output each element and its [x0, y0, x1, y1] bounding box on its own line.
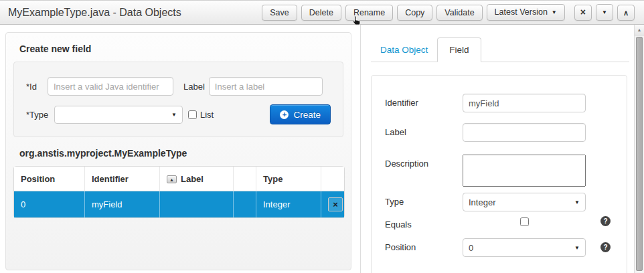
fields-table: Position Identifier ▲Label Type 0 myFiel… [13, 166, 345, 218]
close-panel-button[interactable]: × [574, 5, 592, 21]
panel-menu-button[interactable]: ▼ [596, 4, 613, 21]
column-header-position[interactable]: Position [14, 167, 85, 191]
vertical-scrollbar: ▲ [634, 25, 644, 273]
list-label: List [200, 110, 214, 120]
position-label: Position [385, 238, 463, 252]
sort-ascending-icon: ▲ [167, 175, 177, 183]
field-type-select[interactable]: Integer ▼ [463, 193, 586, 211]
field-type-select-value: Integer [469, 197, 495, 207]
position-help-icon[interactable]: ? [600, 242, 611, 252]
equals-help-icon[interactable]: ? [600, 216, 611, 226]
label-input[interactable] [209, 77, 323, 96]
cell-position: 0 [14, 191, 85, 217]
chevron-up-icon: ∧ [623, 9, 629, 17]
caret-down-icon: ▼ [574, 245, 580, 251]
properties-tabs: Data Object Field [371, 37, 629, 62]
cell-identifier: myField [85, 191, 160, 217]
scroll-up-button[interactable]: ▲ [635, 25, 644, 35]
list-checkbox[interactable] [188, 110, 197, 119]
table-row[interactable]: 0 myField Integer × [14, 191, 344, 217]
type-select[interactable]: ▼ [54, 106, 183, 124]
save-button[interactable]: Save [262, 5, 297, 21]
page-title: MyExampleType.java - Data Objects [8, 7, 181, 19]
field-label-input[interactable] [463, 123, 586, 142]
id-label: *Id [26, 82, 48, 92]
position-select-value: 0 [469, 243, 473, 253]
create-field-heading: Create new field [19, 43, 343, 54]
rename-button[interactable]: Rename [345, 5, 393, 21]
tab-field[interactable]: Field [437, 37, 481, 62]
maximize-panel-button[interactable]: ∧ [617, 5, 635, 21]
close-icon: × [580, 7, 586, 17]
caret-down-icon: ▼ [171, 112, 177, 118]
create-field-form: *Id Label *Type ▼ List + Create [13, 62, 343, 137]
position-select[interactable]: 0 ▼ [463, 238, 586, 257]
description-label: Description [385, 155, 463, 169]
column-header-spacer [234, 167, 256, 191]
copy-button[interactable]: Copy [397, 5, 432, 21]
create-button-label: Create [293, 110, 321, 120]
data-object-editor-panel: Create new field *Id Label *Type ▼ List … [5, 32, 351, 270]
type-label: *Type [26, 110, 54, 120]
version-dropdown-button[interactable]: Latest Version▼ [487, 4, 565, 21]
caret-down-icon: ▼ [602, 8, 607, 17]
equals-label: Equals [385, 215, 463, 230]
description-textarea[interactable] [463, 155, 586, 187]
cell-actions: × [321, 191, 344, 217]
field-properties-form: Identifier Label Description Type Intege… [371, 75, 627, 273]
caret-down-icon: ▼ [552, 8, 557, 17]
identifier-label: Identifier [385, 94, 463, 108]
caret-down-icon: ▼ [574, 199, 580, 205]
id-input[interactable] [48, 77, 173, 96]
toolbar: Save Delete Rename Copy Validate Latest … [262, 4, 635, 21]
tab-data-object[interactable]: Data Object [371, 38, 437, 62]
identifier-input[interactable] [463, 94, 586, 112]
column-header-type[interactable]: Type [256, 167, 321, 191]
validate-button[interactable]: Validate [436, 5, 482, 21]
cell-spacer [234, 191, 256, 217]
scrollbar-thumb[interactable] [636, 37, 643, 271]
column-header-label-text: Label [181, 174, 204, 184]
column-header-identifier[interactable]: Identifier [85, 167, 160, 191]
column-header-label[interactable]: ▲Label [160, 167, 234, 191]
field-type-label: Type [385, 193, 463, 207]
data-object-fqn-heading: org.anstis.myproject.MyExampleType [19, 148, 343, 159]
plus-circle-icon: + [280, 110, 289, 119]
cell-label [160, 191, 234, 217]
title-bar: MyExampleType.java - Data Objects Save D… [0, 0, 644, 25]
label-label: Label [183, 82, 205, 92]
field-label-label: Label [385, 123, 463, 137]
column-header-actions [321, 167, 344, 191]
equals-checkbox[interactable] [520, 217, 529, 226]
delete-button[interactable]: Delete [301, 5, 341, 21]
table-header-row: Position Identifier ▲Label Type [14, 167, 344, 191]
version-dropdown-label: Latest Version [495, 7, 548, 17]
properties-panel: Data Object Field Identifier Label Descr… [360, 25, 634, 273]
create-button[interactable]: + Create [270, 104, 331, 124]
delete-row-button[interactable]: × [328, 197, 343, 211]
cell-type: Integer [256, 191, 321, 217]
editor-content: Create new field *Id Label *Type ▼ List … [0, 25, 634, 273]
